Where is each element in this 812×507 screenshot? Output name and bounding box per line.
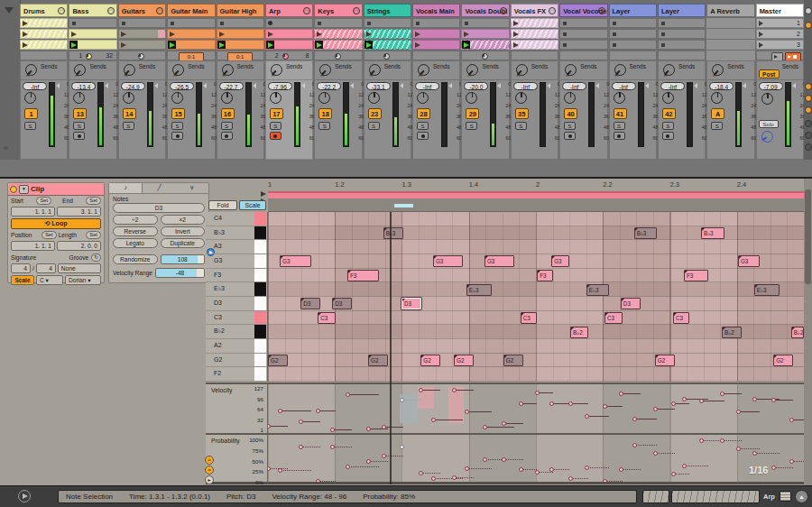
volume-handle-icon[interactable] bbox=[253, 83, 256, 88]
track-header[interactable]: Guitar Main bbox=[167, 4, 215, 17]
view-toggle-icon[interactable] bbox=[805, 120, 812, 127]
fold-button[interactable]: Fold bbox=[208, 200, 237, 210]
scale-mode-button[interactable]: Scale bbox=[11, 275, 34, 285]
clip-playing-icon[interactable] bbox=[168, 41, 176, 49]
signature-denominator[interactable]: 4 bbox=[36, 263, 56, 273]
clip-slot[interactable] bbox=[217, 18, 264, 28]
view-toggle-icon[interactable] bbox=[805, 7, 812, 14]
clip-slot[interactable] bbox=[658, 40, 706, 50]
velocity-lane-toggle[interactable]: = bbox=[205, 456, 214, 465]
clip-play-icon[interactable] bbox=[23, 21, 28, 26]
probability-marker[interactable] bbox=[653, 451, 658, 456]
piano-key[interactable]: B♭3 bbox=[206, 226, 267, 241]
arm-button[interactable] bbox=[417, 132, 429, 140]
arm-button[interactable] bbox=[564, 132, 576, 140]
volume-handle-icon[interactable] bbox=[743, 83, 746, 88]
midi-note[interactable]: E♭3 bbox=[466, 284, 492, 296]
clip-play-icon[interactable] bbox=[513, 42, 519, 48]
midi-note[interactable]: C3 bbox=[318, 312, 336, 324]
volume-handle-icon[interactable] bbox=[154, 83, 158, 88]
probability-marker[interactable] bbox=[771, 466, 776, 470]
piano-key[interactable]: D3 bbox=[206, 297, 267, 311]
velocity-marker[interactable] bbox=[736, 410, 741, 414]
pan-knob[interactable] bbox=[662, 92, 674, 104]
loop-button[interactable]: ⟲ Loop bbox=[11, 218, 101, 229]
clip-playing-icon[interactable] bbox=[364, 41, 373, 49]
track-header-icon[interactable]: ◠ bbox=[156, 7, 163, 14]
arm-button[interactable] bbox=[73, 132, 85, 140]
track-number-button[interactable]: 41 bbox=[614, 108, 627, 119]
clip-slot[interactable] bbox=[217, 29, 264, 39]
solo-button[interactable]: S bbox=[318, 122, 330, 130]
randomize-button[interactable]: Randomize bbox=[113, 254, 158, 264]
clip-slot[interactable] bbox=[412, 29, 460, 39]
velocity-marker[interactable] bbox=[299, 419, 303, 424]
solo-button[interactable]: S bbox=[662, 122, 674, 130]
volume-handle-icon[interactable] bbox=[595, 83, 599, 88]
probability-marker[interactable] bbox=[549, 467, 554, 472]
collapse-arrow-icon[interactable] bbox=[5, 7, 14, 14]
clip-stop-row[interactable] bbox=[609, 51, 657, 60]
preview-play-button[interactable] bbox=[18, 490, 31, 502]
pan-knob[interactable] bbox=[123, 92, 134, 104]
clip-slot[interactable] bbox=[511, 18, 558, 28]
track-header-icon[interactable]: ◠ bbox=[598, 7, 605, 14]
probability-marker[interactable] bbox=[535, 470, 540, 475]
clip-slot[interactable] bbox=[265, 18, 313, 28]
view-toggle-icon[interactable] bbox=[805, 143, 812, 151]
clip-slot[interactable] bbox=[412, 18, 460, 28]
track-number-button[interactable]: 17 bbox=[270, 108, 283, 119]
end-set-button[interactable]: Set bbox=[86, 197, 101, 205]
probability-marker[interactable] bbox=[452, 475, 457, 480]
volume-display[interactable]: -7.09 bbox=[759, 82, 783, 90]
legato-button[interactable]: Legato bbox=[113, 238, 158, 248]
solo-button[interactable]: S bbox=[417, 122, 429, 130]
midi-note[interactable]: D3 bbox=[300, 298, 320, 309]
root-note-select[interactable]: C ▾ bbox=[36, 275, 63, 285]
clip-slot[interactable] bbox=[364, 40, 411, 50]
solo-button[interactable]: S bbox=[73, 122, 85, 130]
midi-note[interactable]: F3 bbox=[347, 270, 379, 281]
probability-marker[interactable] bbox=[330, 445, 335, 449]
clip-stop-row[interactable]: 0:1 bbox=[217, 51, 264, 60]
clip-play-icon[interactable] bbox=[23, 32, 28, 37]
piano-key[interactable]: A2 bbox=[206, 339, 267, 354]
clip-slot[interactable] bbox=[364, 18, 411, 28]
track-number-button[interactable]: A bbox=[711, 108, 724, 119]
velocity-marker[interactable] bbox=[671, 401, 676, 406]
piano-key[interactable]: F3 bbox=[206, 269, 267, 283]
volume-handle-icon[interactable] bbox=[400, 83, 403, 88]
clip-activator-icon[interactable] bbox=[10, 186, 17, 193]
track-header[interactable]: Guitar High bbox=[217, 4, 264, 17]
clip-playing-icon[interactable] bbox=[266, 41, 274, 49]
track-header[interactable]: Bass◠ bbox=[69, 4, 116, 17]
track-header[interactable]: Keys◠ bbox=[314, 4, 362, 17]
track-header[interactable]: Vocals FX◠ bbox=[511, 4, 558, 17]
probability-marker[interactable] bbox=[682, 464, 687, 468]
scrub-area[interactable] bbox=[268, 198, 804, 212]
clip-play-icon[interactable] bbox=[71, 32, 77, 37]
clip-play-icon[interactable] bbox=[513, 21, 519, 26]
start-set-button[interactable]: Set bbox=[36, 197, 51, 205]
velocity-marker[interactable] bbox=[346, 392, 350, 397]
track-number-button[interactable]: 35 bbox=[515, 108, 529, 119]
probability-marker[interactable] bbox=[346, 465, 350, 469]
pan-knob[interactable] bbox=[73, 92, 85, 104]
clip-slot[interactable] bbox=[314, 18, 362, 28]
midi-note[interactable]: D3 bbox=[332, 298, 352, 309]
chevron-down-icon[interactable]: ▼ bbox=[19, 185, 29, 194]
track-header[interactable]: Master bbox=[756, 4, 804, 17]
arm-button[interactable] bbox=[662, 132, 674, 140]
track-number-button[interactable]: 18 bbox=[318, 108, 332, 119]
volume-display[interactable]: -22.2 bbox=[317, 82, 341, 90]
velocity-marker[interactable] bbox=[603, 404, 607, 409]
scene-play-icon[interactable] bbox=[759, 42, 763, 48]
clip-slot[interactable] bbox=[265, 29, 313, 39]
clip-play-icon[interactable] bbox=[121, 32, 126, 37]
midi-note[interactable]: G3 bbox=[280, 255, 311, 267]
editor-scrollbar[interactable] bbox=[804, 179, 812, 485]
volume-display[interactable]: -Inf bbox=[415, 82, 439, 90]
clip-play-icon[interactable] bbox=[121, 42, 126, 48]
clip-slot[interactable] bbox=[20, 29, 68, 39]
volume-handle-icon[interactable] bbox=[694, 83, 697, 88]
